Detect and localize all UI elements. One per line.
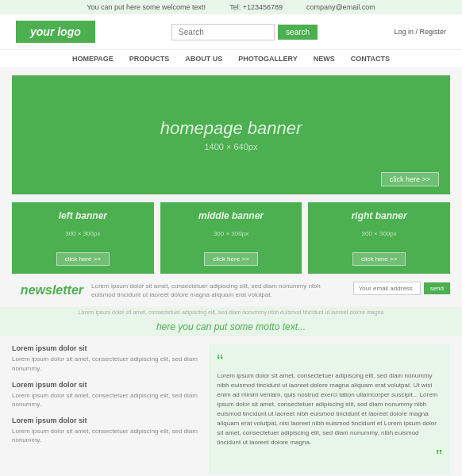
right-banner-title: right banner: [352, 210, 407, 221]
divider-text: Lorem ipsum dolor sit amet, consectetuer…: [0, 307, 462, 317]
content-block-3: Lorem ipsum dolor sit Lorem ipsum dolor …: [12, 416, 199, 444]
left-banner-button[interactable]: click here >>: [56, 252, 110, 266]
nav-item-products[interactable]: PRODUCTS: [129, 55, 170, 63]
middle-banner-title: middle banner: [198, 210, 264, 221]
hero-banner: homepage banner 1400 × 640px click here …: [12, 75, 450, 194]
search-area: search: [171, 24, 318, 40]
middle-banner-size: 300 × 300px: [214, 230, 248, 237]
quote-open-icon: “: [217, 352, 442, 371]
nav-item-contacts[interactable]: CONTACTS: [351, 55, 390, 63]
newsletter-input-area: send: [353, 282, 450, 295]
left-banner-size: 300 × 300px: [65, 230, 100, 237]
left-banner-card: left banner 300 × 300px click here >>: [12, 202, 154, 274]
content-section: Lorem ipsum dolor sit Lorem ipsum dolor …: [12, 344, 450, 474]
newsletter-section: newsletter Lorem ipsum dolor sit amet, c…: [12, 282, 450, 299]
search-input[interactable]: [171, 24, 275, 40]
content-block-2-title: Lorem ipsum dolor sit: [12, 381, 199, 389]
newsletter-label: newsletter: [12, 282, 83, 298]
logo[interactable]: your logo: [16, 21, 95, 43]
content-right: “ Lorem ipsum dolor sit amet, consectetu…: [209, 344, 450, 474]
nav-item-news[interactable]: NEWS: [314, 55, 335, 63]
newsletter-send-button[interactable]: send: [424, 282, 450, 294]
hero-cta-button[interactable]: click here >>: [381, 172, 439, 186]
nav-item-photogallery[interactable]: PHOTOGALLERY: [238, 55, 298, 63]
newsletter-email-input[interactable]: [353, 282, 421, 295]
banners-section: left banner 300 × 300px click here >> mi…: [12, 202, 450, 274]
tel-text: Tel: +123456789: [229, 3, 283, 11]
search-button[interactable]: search: [278, 25, 318, 40]
middle-banner-card: middle banner 300 × 300px click here >>: [160, 202, 302, 274]
email-text: company@email.com: [306, 3, 375, 11]
main-nav: HOMEPAGE PRODUCTS ABOUT US PHOTOGALLERY …: [0, 49, 462, 67]
nav-item-homepage[interactable]: HOMEPAGE: [72, 55, 114, 63]
hero-subtitle: 1400 × 640px: [205, 142, 258, 152]
quote-text: Lorem ipsum dolor sit amet, consectetuer…: [217, 371, 442, 447]
right-banner-size: 300 × 300px: [362, 230, 397, 237]
content-block-2-text: Lorem ipsum dolor sit amet, consectetuer…: [12, 391, 199, 409]
right-banner-card: right banner 300 × 300px click here >>: [308, 202, 450, 274]
content-left: Lorem ipsum dolor sit Lorem ipsum dolor …: [12, 344, 199, 474]
header: your logo search Log in / Register: [0, 14, 462, 49]
quote-close-icon: ”: [217, 447, 442, 466]
content-block-1-text: Lorem ipsum dolor sit amet, consectetuer…: [12, 355, 199, 372]
login-link[interactable]: Log in / Register: [394, 28, 446, 36]
motto-bar: here you can put some motto text...: [0, 317, 462, 336]
hero-title: homepage banner: [160, 118, 302, 139]
right-banner-button[interactable]: click here >>: [352, 252, 406, 266]
top-bar: You can put here some welcome text! Tel:…: [0, 0, 462, 14]
content-block-1-title: Lorem ipsum dolor sit: [12, 344, 199, 352]
content-block-3-title: Lorem ipsum dolor sit: [12, 416, 199, 424]
newsletter-text: Lorem ipsum dolor sit amet, consectetuer…: [91, 282, 345, 299]
left-banner-title: left banner: [59, 210, 107, 221]
content-block-3-text: Lorem ipsum dolor sit amet, consectetuer…: [12, 427, 199, 444]
welcome-text: You can put here some welcome text!: [87, 3, 206, 11]
content-block-2: Lorem ipsum dolor sit Lorem ipsum dolor …: [12, 381, 199, 409]
content-block-1: Lorem ipsum dolor sit Lorem ipsum dolor …: [12, 344, 199, 372]
middle-banner-button[interactable]: click here >>: [204, 252, 257, 266]
nav-item-about[interactable]: ABOUT US: [185, 55, 222, 63]
